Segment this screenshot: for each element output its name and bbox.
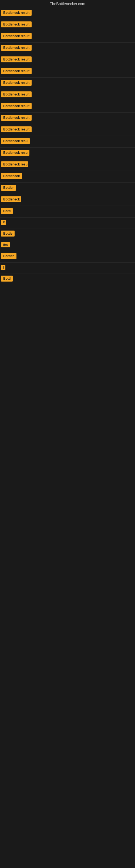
bottleneck-badge: Bottleneck result (1, 115, 32, 121)
result-row: Bottleneck result (0, 89, 135, 101)
bottleneck-badge: Bottleneck resu (1, 138, 30, 144)
bottleneck-badge: B (1, 220, 6, 225)
result-row: Bottlen (0, 251, 135, 262)
bottleneck-badge: Bottlen (1, 253, 16, 259)
result-row: Bottleneck resu (0, 136, 135, 148)
bottleneck-badge: Bottleneck resu (1, 150, 30, 156)
bottleneck-badge: Bottleneck result (1, 10, 32, 16)
result-row: Bottleneck result (0, 101, 135, 113)
result-row: Bot (0, 240, 135, 251)
bottleneck-badge: Bottleneck result (1, 33, 32, 39)
site-header: TheBottlenecker.com (0, 0, 135, 8)
bottleneck-badge: Bottleneck (1, 196, 21, 203)
bottleneck-badge: Bottl (1, 276, 13, 282)
bottleneck-badge: Bottleneck result (1, 56, 32, 62)
result-row: Bottleneck result (0, 8, 135, 19)
results-container: Bottleneck resultBottleneck resultBottle… (0, 8, 135, 285)
result-row: Bottler (0, 183, 135, 194)
bottleneck-badge: Bottleneck result (1, 22, 32, 27)
result-row: Bottleneck result (0, 124, 135, 136)
result-row: Bottleneck (0, 194, 135, 206)
result-row: Bottl (0, 206, 135, 218)
result-row: Bottleneck result (0, 31, 135, 42)
bottleneck-badge: Bottleneck result (1, 91, 32, 97)
bottleneck-badge: Bottleneck resu (1, 161, 28, 167)
result-row: Bottleneck result (0, 78, 135, 89)
result-row: Bottleneck resu (0, 159, 135, 171)
bottleneck-badge: Bot (1, 242, 10, 247)
result-row: Bottleneck result (0, 19, 135, 31)
result-row: Bottleneck result (0, 42, 135, 54)
result-row: B (0, 218, 135, 228)
result-row: | (0, 262, 135, 273)
bottleneck-badge: Bottle (1, 230, 14, 237)
result-row: Bottleneck (0, 171, 135, 183)
bottleneck-badge: Bottl (1, 208, 13, 214)
site-title: TheBottlenecker.com (0, 0, 135, 8)
result-row: Bottleneck resu (0, 148, 135, 159)
result-row: Bottl (0, 273, 135, 285)
bottleneck-badge: Bottler (1, 185, 16, 191)
bottleneck-badge: Bottleneck result (1, 103, 32, 109)
result-row: Bottleneck result (0, 66, 135, 78)
bottleneck-badge: Bottleneck result (1, 126, 32, 132)
bottleneck-badge: Bottleneck result (1, 68, 32, 74)
bottleneck-badge: | (1, 265, 5, 270)
bottleneck-badge: Bottleneck result (1, 45, 32, 51)
result-row: Bottleneck result (0, 113, 135, 124)
bottleneck-badge: Bottleneck (1, 173, 22, 179)
result-row: Bottle (0, 228, 135, 240)
bottleneck-badge: Bottleneck result (1, 80, 32, 86)
result-row: Bottleneck result (0, 54, 135, 66)
